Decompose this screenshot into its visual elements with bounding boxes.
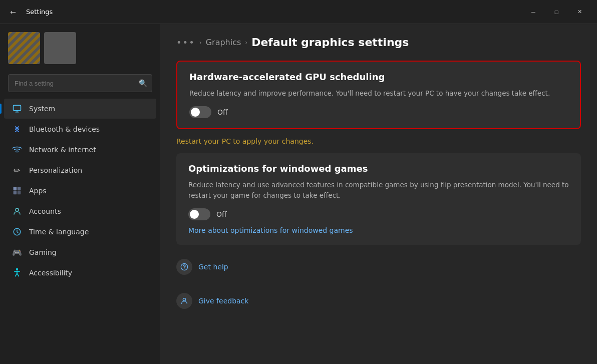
- network-label: Network & internet: [29, 146, 96, 154]
- svg-rect-1: [14, 187, 17, 191]
- windowed-games-title: Optimizations for windowed games: [188, 163, 569, 174]
- get-help-icon: [176, 259, 192, 275]
- svg-rect-2: [18, 187, 21, 191]
- accessibility-label: Accessibility: [29, 269, 72, 277]
- breadcrumb-separator-1: ›: [199, 39, 202, 46]
- sidebar-item-time[interactable]: Time & language: [4, 222, 156, 242]
- apps-label: Apps: [29, 187, 47, 195]
- back-button[interactable]: ←: [6, 5, 20, 19]
- app-layout: 🔍 System Bluetooth & device: [0, 24, 597, 364]
- svg-rect-3: [14, 191, 17, 195]
- restart-notice: Restart your PC to apply your changes.: [176, 137, 581, 145]
- network-icon: [12, 145, 22, 155]
- breadcrumb: ••• › Graphics › Default graphics settin…: [176, 36, 581, 49]
- close-button[interactable]: ✕: [568, 4, 591, 20]
- windowed-games-link[interactable]: More about optimizations for windowed ga…: [188, 226, 353, 234]
- sidebar-item-accessibility[interactable]: Accessibility: [4, 263, 156, 283]
- windowed-games-card: Optimizations for windowed games Reduce …: [176, 153, 581, 245]
- sidebar-item-accounts[interactable]: Accounts: [4, 201, 156, 221]
- sidebar-item-gaming[interactable]: 🎮 Gaming: [4, 242, 156, 262]
- avatar-image-1: [8, 32, 40, 64]
- bluetooth-label: Bluetooth & devices: [29, 125, 100, 133]
- gaming-icon: 🎮: [12, 247, 22, 257]
- avatar-area: [0, 24, 160, 70]
- apps-icon: [12, 186, 22, 196]
- svg-point-7: [16, 268, 18, 270]
- give-feedback-icon: [176, 293, 192, 309]
- give-feedback-link[interactable]: Give feedback: [198, 297, 248, 305]
- avatar-image-2: [44, 32, 76, 64]
- titlebar-left: ← Settings: [6, 5, 53, 19]
- breadcrumb-graphics-link[interactable]: Graphics: [206, 38, 241, 47]
- svg-rect-4: [18, 191, 21, 195]
- content-area: ••• › Graphics › Default graphics settin…: [160, 24, 597, 364]
- sidebar-item-bluetooth[interactable]: Bluetooth & devices: [4, 119, 156, 139]
- accounts-label: Accounts: [29, 207, 61, 215]
- svg-point-10: [183, 298, 185, 300]
- personalization-label: Personalization: [29, 166, 82, 174]
- svg-point-9: [184, 268, 185, 269]
- windowed-games-toggle[interactable]: [188, 208, 210, 220]
- bluetooth-icon: [12, 124, 22, 134]
- accessibility-icon: [12, 268, 22, 278]
- system-label: System: [29, 105, 55, 113]
- gaming-label: Gaming: [29, 248, 57, 256]
- sidebar-item-network[interactable]: Network & internet: [4, 140, 156, 160]
- minimize-button[interactable]: ─: [522, 4, 545, 20]
- search-box: 🔍: [8, 74, 152, 92]
- gpu-toggle-row: Off: [189, 106, 568, 118]
- sidebar: 🔍 System Bluetooth & device: [0, 24, 160, 364]
- breadcrumb-separator-2: ›: [245, 39, 247, 46]
- system-icon: [12, 104, 22, 114]
- sidebar-item-system[interactable]: System: [4, 99, 156, 119]
- titlebar: ← Settings ─ □ ✕: [0, 0, 597, 24]
- windowed-toggle-row: Off: [188, 208, 569, 220]
- windowed-toggle-label: Off: [216, 210, 227, 218]
- nav-list: System Bluetooth & devices Network & int…: [0, 96, 160, 364]
- gpu-scheduling-card: Hardware-accelerated GPU scheduling Redu…: [176, 61, 581, 129]
- search-icon: 🔍: [139, 79, 147, 87]
- svg-rect-0: [14, 105, 21, 111]
- sidebar-item-personalization[interactable]: ✏️ Personalization: [4, 160, 156, 180]
- accounts-icon: [12, 206, 22, 216]
- windowed-toggle-knob: [190, 210, 199, 219]
- time-label: Time & language: [29, 228, 89, 236]
- titlebar-controls: ─ □ ✕: [522, 4, 591, 20]
- personalization-icon: ✏️: [12, 165, 22, 175]
- titlebar-title: Settings: [26, 8, 53, 16]
- windowed-games-desc: Reduce latency and use advanced features…: [188, 180, 569, 200]
- get-help-row: Get help: [176, 255, 581, 279]
- breadcrumb-dots: •••: [176, 37, 195, 48]
- toggle-knob: [191, 108, 200, 117]
- give-feedback-row: Give feedback: [176, 289, 581, 313]
- sidebar-item-apps[interactable]: Apps: [4, 181, 156, 201]
- gpu-scheduling-desc: Reduce latency and improve performance. …: [189, 88, 568, 98]
- breadcrumb-current: Default graphics settings: [251, 36, 409, 49]
- get-help-link[interactable]: Get help: [198, 263, 228, 271]
- svg-point-5: [16, 208, 19, 211]
- maximize-button[interactable]: □: [545, 4, 568, 20]
- search-input[interactable]: [8, 74, 152, 92]
- time-icon: [12, 227, 22, 237]
- gpu-toggle-label: Off: [217, 108, 228, 116]
- gpu-scheduling-toggle[interactable]: [189, 106, 211, 118]
- gpu-scheduling-title: Hardware-accelerated GPU scheduling: [189, 72, 568, 82]
